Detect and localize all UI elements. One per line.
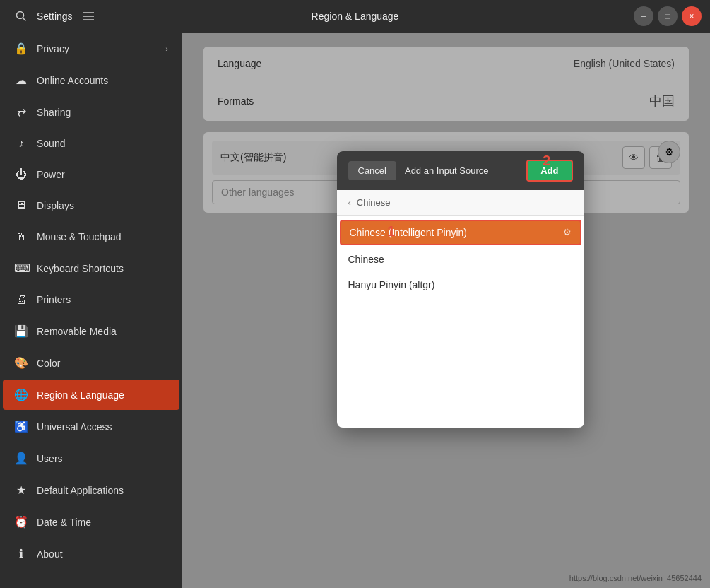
sidebar-item-label: Users: [37, 453, 168, 464]
dialog-list: Chinese (Intelligent Pinyin) ⚙ Chinese H…: [337, 216, 584, 300]
dialog-cancel-button[interactable]: Cancel: [348, 161, 396, 180]
sidebar-item-label: Mouse & Touchpad: [37, 231, 168, 242]
online-accounts-icon: ☁: [14, 74, 28, 87]
sidebar-item-sharing[interactable]: ⇄ Sharing: [3, 97, 179, 127]
dialog-title: Add an Input Source: [405, 165, 518, 176]
sidebar-item-users[interactable]: 👤 Users: [3, 443, 179, 474]
annotation-1: 1: [387, 223, 395, 240]
app-name: Settings: [37, 11, 73, 22]
sidebar-item-label: Power: [37, 169, 168, 180]
displays-icon: 🖥: [14, 199, 28, 212]
breadcrumb-chevron-icon: ‹: [348, 197, 351, 208]
sidebar-item-label: About: [37, 548, 168, 560]
sidebar-item-label: Displays: [37, 200, 168, 211]
dialog-breadcrumb[interactable]: ‹ Chinese: [337, 190, 584, 216]
sidebar: 🔒 Privacy › ☁ Online Accounts ⇄ Sharing …: [0, 33, 182, 588]
sidebar-item-about[interactable]: ℹ About: [3, 539, 179, 569]
sidebar-item-keyboard-shortcuts[interactable]: ⌨ Keyboard Shortcuts: [3, 253, 179, 283]
svg-line-1: [23, 18, 26, 21]
universal-access-icon: ♿: [14, 420, 28, 433]
sound-icon: ♪: [14, 137, 28, 150]
mouse-touchpad-icon: 🖱: [14, 230, 28, 243]
sidebar-item-label: Color: [37, 358, 168, 369]
annotation-2: 2: [543, 153, 550, 169]
window-title: Region & Language: [312, 11, 399, 22]
sidebar-item-printers[interactable]: 🖨 Printers: [3, 285, 179, 314]
removable-media-icon: 💾: [14, 324, 28, 338]
sidebar-item-label: Date & Time: [37, 517, 168, 528]
sidebar-item-label: Printers: [37, 294, 168, 305]
search-button[interactable]: [8, 4, 34, 29]
dialog-item-label: Chinese: [348, 254, 384, 265]
printers-icon: 🖨: [14, 293, 28, 306]
dialog-item-intelligent-pinyin[interactable]: Chinese (Intelligent Pinyin) ⚙: [340, 220, 581, 245]
sidebar-item-label: Default Applications: [37, 485, 168, 496]
minimize-button[interactable]: –: [634, 6, 653, 26]
settings-icon: ⚙: [563, 227, 572, 237]
date-time-icon: ⏰: [14, 515, 28, 529]
default-applications-icon: ★: [14, 483, 28, 497]
sharing-icon: ⇄: [14, 105, 28, 119]
sidebar-item-label: Privacy: [37, 43, 157, 54]
sidebar-item-label: Removable Media: [37, 326, 168, 337]
dialog-item-label: Hanyu Pinyin (altgr): [348, 279, 435, 290]
sidebar-item-privacy[interactable]: 🔒 Privacy ›: [3, 33, 179, 64]
dialog-item-chinese[interactable]: Chinese: [337, 247, 584, 272]
sidebar-item-removable-media[interactable]: 💾 Removable Media: [3, 316, 179, 346]
sidebar-item-displays[interactable]: 🖥 Displays: [3, 191, 179, 220]
sidebar-item-label: Region & Language: [37, 389, 168, 401]
sidebar-item-label: Sound: [37, 138, 168, 149]
dialog-item-label: Chinese (Intelligent Pinyin): [350, 227, 468, 238]
sidebar-item-color[interactable]: 🎨 Color: [3, 348, 179, 378]
sidebar-item-label: Keyboard Shortcuts: [37, 263, 168, 274]
chevron-icon: ›: [165, 45, 168, 53]
sidebar-item-label: Online Accounts: [37, 75, 168, 86]
sidebar-item-power[interactable]: ⏻ Power: [3, 160, 179, 189]
power-icon: ⏻: [14, 168, 28, 181]
main-layout: 🔒 Privacy › ☁ Online Accounts ⇄ Sharing …: [0, 33, 710, 588]
dialog-empty-space: [337, 300, 584, 428]
region-language-icon: 🌐: [14, 388, 28, 401]
sidebar-item-online-accounts[interactable]: ☁ Online Accounts: [3, 65, 179, 95]
sidebar-item-date-time[interactable]: ⏰ Date & Time: [3, 507, 179, 537]
sidebar-item-universal-access[interactable]: ♿ Universal Access: [3, 411, 179, 442]
about-icon: ℹ: [14, 547, 28, 560]
menu-button[interactable]: [76, 4, 101, 29]
sidebar-item-label: Universal Access: [37, 421, 168, 433]
dialog-item-hanyu-pinyin[interactable]: Hanyu Pinyin (altgr): [337, 272, 584, 298]
sidebar-item-label: Sharing: [37, 107, 168, 118]
users-icon: 👤: [14, 452, 28, 465]
sidebar-item-region-language[interactable]: 🌐 Region & Language: [3, 380, 179, 410]
breadcrumb-text: Chinese: [357, 197, 391, 208]
privacy-icon: 🔒: [14, 42, 28, 55]
dialog-overlay: 1 2 Cancel Add an Input Source Add ‹ Chi…: [182, 33, 710, 588]
close-button[interactable]: ×: [682, 6, 702, 26]
window-controls: – □ ×: [634, 6, 702, 26]
sidebar-item-mouse-touchpad[interactable]: 🖱 Mouse & Touchpad: [3, 222, 179, 252]
sidebar-item-sound[interactable]: ♪ Sound: [3, 129, 179, 158]
sidebar-item-default-applications[interactable]: ★ Default Applications: [3, 475, 179, 505]
maximize-button[interactable]: □: [658, 6, 678, 26]
keyboard-shortcuts-icon: ⌨: [14, 261, 28, 275]
add-input-source-dialog: Cancel Add an Input Source Add ‹ Chinese…: [337, 151, 584, 428]
titlebar: Settings Region & Language – □ ×: [0, 0, 710, 33]
content-area: Language English (United States) Formats…: [182, 33, 710, 588]
color-icon: 🎨: [14, 356, 28, 370]
